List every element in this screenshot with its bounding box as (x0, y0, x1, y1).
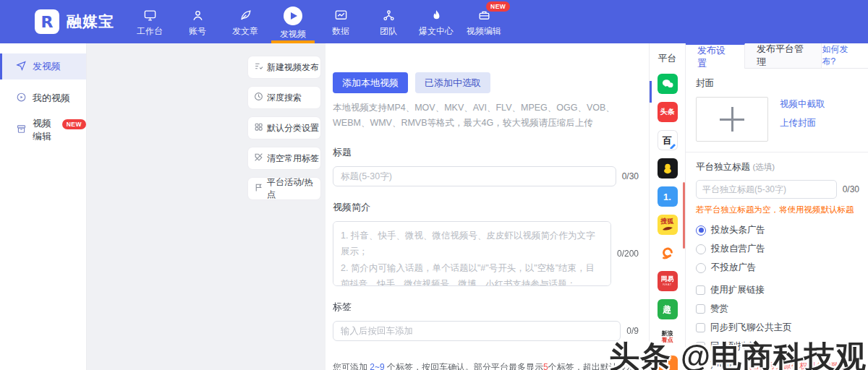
capture-from-video-link[interactable]: 视频中截取 (780, 98, 825, 111)
nav-item-hot-center[interactable]: 爆文中心 (412, 0, 460, 43)
description-textarea[interactable] (333, 221, 611, 286)
checkbox-appreciation[interactable]: 赞赏 (696, 303, 859, 315)
qq-penguin-icon[interactable] (658, 158, 678, 178)
toutiao-watermark: 头条 @电商科技观 (609, 337, 867, 370)
nav-label: 爆文中心 (419, 25, 454, 38)
nav-item-publish-video[interactable]: 发视频 (269, 0, 317, 43)
default-category-button[interactable]: 默认分类设置 (248, 117, 320, 139)
radio-icon (696, 225, 706, 236)
platform-header: 平台 (650, 52, 685, 65)
nav-item-workbench[interactable]: 工作台 (126, 0, 174, 43)
sohu-icon[interactable]: 搜狐 (658, 215, 678, 235)
clear-tags-button[interactable]: 清空常用标签 (248, 147, 320, 169)
independent-title-counter: 0/30 (843, 184, 859, 194)
top-navbar: R 融媒宝 工作台 账号 发文章 发视频 数据 (0, 0, 868, 43)
archive-box-icon (16, 124, 27, 137)
tags-input[interactable] (333, 321, 621, 341)
checkbox-sync-feiliao[interactable]: 同步到飞聊公共主页 (696, 322, 859, 334)
logo-icon: R (35, 9, 59, 34)
add-local-video-button[interactable]: 添加本地视频 (333, 72, 408, 93)
new-video-publish-button[interactable]: 新建视频发布 (248, 56, 320, 78)
sidebar-item-my-videos[interactable]: 我的视频 (0, 85, 86, 111)
title-input[interactable] (333, 166, 616, 186)
tags-label: 标签 (333, 301, 639, 314)
checkbox-extended-link[interactable]: 使用扩展链接 (696, 284, 859, 296)
sidebar-label: 视频编辑 (33, 117, 55, 143)
independent-title-input[interactable] (696, 180, 837, 199)
sidebar-item-video-edit[interactable]: 视频编辑 NEW (0, 117, 86, 143)
sidebar-item-publish-video[interactable]: 发视频 (0, 53, 86, 79)
selected-platform-indicator (650, 81, 652, 103)
nav-item-account[interactable]: 账号 (174, 0, 221, 43)
title-label: 标题 (333, 146, 639, 159)
radio-icon (696, 263, 706, 273)
cover-upload-box[interactable] (696, 97, 768, 142)
tags-counter: 0/9 (626, 326, 639, 336)
nav-item-publish-article[interactable]: 发文章 (221, 0, 269, 43)
netease-icon[interactable]: 网易 NEAT (658, 271, 678, 291)
new-badge: NEW (486, 1, 510, 12)
how-to-publish-link[interactable]: 如何发布? (822, 43, 868, 68)
org-tree-icon (382, 9, 396, 22)
platform-strip: 平台 头条 百 1. 搜狐 (650, 43, 686, 370)
nav-item-team[interactable]: 团队 (365, 0, 412, 43)
upload-format-hint: 本地视频支持MP4、MOV、MKV、AVI、FLV、MPEG、OGG、VOB、W… (333, 100, 639, 132)
title-counter: 0/30 (622, 171, 639, 181)
right-panel: 平台 头条 百 1. 搜狐 (649, 43, 868, 370)
plus-icon (720, 107, 744, 132)
person-icon (191, 9, 205, 22)
watermark-brand: 头条 (609, 340, 671, 370)
action-label: 平台活动/热点 (267, 176, 320, 201)
grid-icon (254, 122, 263, 134)
left-sidebar: 发视频 我的视频 视频编辑 NEW (0, 43, 87, 370)
nav-label: 发视频 (280, 28, 306, 40)
send-icon (16, 60, 27, 73)
baijiahao-icon[interactable]: 百 (658, 130, 678, 150)
nav-items: 工作台 账号 发文章 发视频 数据 团队 (126, 0, 508, 43)
settings-tabbar: 发布设置 发布平台管理 如何发布? (686, 43, 868, 69)
radio-self-ads[interactable]: 投放自营广告 (696, 243, 859, 255)
sidebar-label: 发视频 (33, 60, 61, 73)
wechat-channels-icon[interactable] (658, 74, 678, 94)
video-list-canvas: 新建视频发布 深度搜索 默认分类设置 清空常用标签 平台活动/热点 (87, 43, 326, 370)
cover-label: 封面 (696, 77, 859, 90)
nav-item-data[interactable]: 数据 (317, 0, 365, 43)
flame-icon (430, 9, 443, 22)
section-divider (686, 152, 868, 152)
sidebar-label: 我的视频 (33, 92, 70, 105)
pick-from-added-button[interactable]: 已添加中选取 (415, 72, 490, 93)
independent-title-label: 平台独立标题 (选填) (696, 161, 859, 173)
logo-text: 融媒宝 (67, 12, 114, 32)
tag-clear-icon (254, 152, 263, 164)
qutoutiao-icon[interactable]: 趣 (658, 299, 678, 319)
action-label: 深度搜索 (267, 92, 302, 104)
tab-publish-settings[interactable]: 发布设置 (686, 43, 745, 69)
new-badge: NEW (62, 119, 86, 129)
toutiao-icon[interactable]: 头条 (658, 102, 678, 122)
radio-no-ads[interactable]: 不投放广告 (696, 262, 859, 274)
app-window: R 融媒宝 工作台 账号 发文章 发视频 数据 (0, 0, 868, 370)
upload-cover-link[interactable]: 上传封面 (780, 117, 825, 129)
publish-form: 添加本地视频 已添加中选取 本地视频支持MP4、MOV、MKV、AVI、FLV、… (326, 43, 649, 370)
orange-swirl-icon[interactable] (658, 243, 678, 263)
deep-search-button[interactable]: 深度搜索 (248, 87, 320, 108)
yidianzixun-icon[interactable]: 1. (658, 186, 678, 207)
compose-icon (254, 61, 263, 73)
play-circle-icon (284, 7, 302, 25)
radio-toutiao-ads[interactable]: 投放头条广告 (696, 224, 859, 236)
description-counter: 0/200 (617, 249, 639, 259)
nav-label: 视频编辑 (467, 25, 501, 38)
nav-item-video-edit[interactable]: NEW 视频编辑 (460, 0, 508, 43)
nav-label: 团队 (380, 25, 397, 38)
brand[interactable]: R 融媒宝 (0, 0, 122, 43)
checkbox-icon (696, 304, 705, 314)
tag-hints: 您可添加 2~9 个标签，按回车确认。部分平台最多显示5个标签，超出默认显示前5… (333, 360, 639, 370)
chart-icon (334, 9, 348, 22)
tab-platform-management[interactable]: 发布平台管理 (745, 43, 822, 68)
platform-strip-scrollbar[interactable] (683, 182, 685, 249)
feather-icon (239, 9, 252, 22)
platform-activity-button[interactable]: 平台活动/热点 (248, 178, 320, 199)
ad-radio-group: 投放头条广告 投放自营广告 不投放广告 (696, 224, 859, 274)
play-circle-icon (16, 92, 27, 105)
clock-icon (254, 92, 263, 103)
